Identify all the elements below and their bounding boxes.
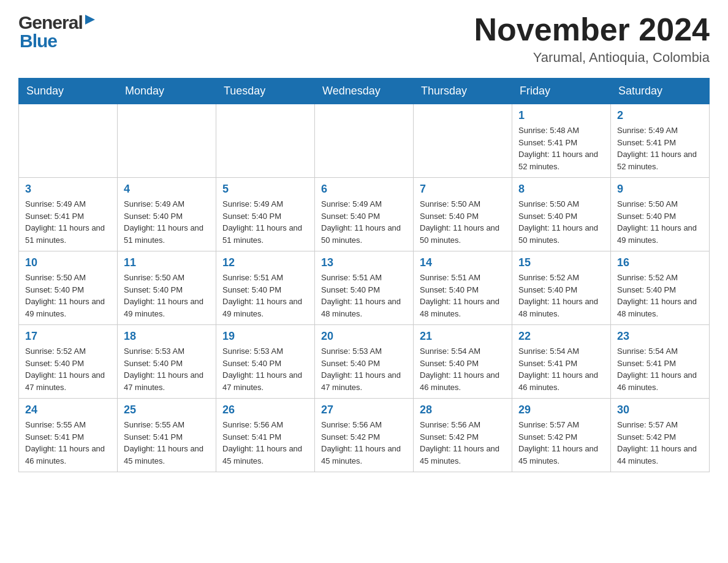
day-number: 19	[222, 330, 308, 343]
day-number: 28	[420, 404, 506, 416]
calendar-cell: 24Sunrise: 5:55 AMSunset: 5:41 PMDayligh…	[19, 399, 118, 472]
day-header-saturday: Saturday	[611, 79, 710, 104]
calendar-cell: 28Sunrise: 5:56 AMSunset: 5:42 PMDayligh…	[414, 399, 512, 472]
day-header-thursday: Thursday	[414, 79, 512, 104]
day-header-sunday: Sunday	[19, 79, 118, 104]
day-number: 20	[321, 330, 407, 343]
day-info: Sunrise: 5:54 AMSunset: 5:41 PMDaylight:…	[518, 345, 604, 393]
calendar-cell: 20Sunrise: 5:53 AMSunset: 5:40 PMDayligh…	[315, 325, 414, 399]
svg-marker-0	[85, 15, 95, 25]
logo-flag-icon	[83, 13, 96, 29]
day-info: Sunrise: 5:48 AMSunset: 5:41 PMDaylight:…	[518, 124, 604, 172]
calendar-cell: 4Sunrise: 5:49 AMSunset: 5:40 PMDaylight…	[118, 178, 216, 251]
day-header-tuesday: Tuesday	[216, 79, 315, 104]
day-info: Sunrise: 5:52 AMSunset: 5:40 PMDaylight:…	[617, 272, 703, 320]
day-info: Sunrise: 5:57 AMSunset: 5:42 PMDaylight:…	[518, 419, 604, 467]
calendar-cell: 19Sunrise: 5:53 AMSunset: 5:40 PMDayligh…	[216, 325, 315, 399]
day-number: 23	[617, 330, 703, 343]
calendar-cell: 29Sunrise: 5:57 AMSunset: 5:42 PMDayligh…	[512, 399, 611, 472]
day-info: Sunrise: 5:51 AMSunset: 5:40 PMDaylight:…	[222, 272, 308, 320]
day-number: 12	[222, 256, 308, 269]
calendar-cell: 6Sunrise: 5:49 AMSunset: 5:40 PMDaylight…	[315, 178, 414, 251]
day-number: 8	[518, 183, 604, 196]
day-info: Sunrise: 5:56 AMSunset: 5:41 PMDaylight:…	[222, 419, 308, 467]
calendar-cell: 22Sunrise: 5:54 AMSunset: 5:41 PMDayligh…	[512, 325, 611, 399]
month-title: November 2024	[474, 12, 710, 47]
day-info: Sunrise: 5:54 AMSunset: 5:40 PMDaylight:…	[420, 345, 506, 393]
calendar-cell: 5Sunrise: 5:49 AMSunset: 5:40 PMDaylight…	[216, 178, 315, 251]
days-of-week-row: SundayMondayTuesdayWednesdayThursdayFrid…	[19, 79, 710, 104]
day-number: 2	[617, 109, 703, 122]
calendar-cell: 15Sunrise: 5:52 AMSunset: 5:40 PMDayligh…	[512, 251, 611, 325]
day-info: Sunrise: 5:56 AMSunset: 5:42 PMDaylight:…	[420, 419, 506, 467]
calendar-cell: 7Sunrise: 5:50 AMSunset: 5:40 PMDaylight…	[414, 178, 512, 251]
day-number: 22	[518, 330, 604, 343]
day-header-wednesday: Wednesday	[315, 79, 414, 104]
day-info: Sunrise: 5:50 AMSunset: 5:40 PMDaylight:…	[518, 198, 604, 246]
day-number: 11	[124, 256, 210, 269]
day-info: Sunrise: 5:49 AMSunset: 5:40 PMDaylight:…	[222, 198, 308, 246]
location-title: Yarumal, Antioquia, Colombia	[474, 50, 710, 66]
calendar-cell: 12Sunrise: 5:51 AMSunset: 5:40 PMDayligh…	[216, 251, 315, 325]
calendar-cell	[216, 104, 315, 178]
week-row-3: 10Sunrise: 5:50 AMSunset: 5:40 PMDayligh…	[19, 251, 710, 325]
day-info: Sunrise: 5:49 AMSunset: 5:41 PMDaylight:…	[25, 198, 111, 246]
day-header-monday: Monday	[118, 79, 216, 104]
day-number: 30	[617, 404, 703, 416]
day-number: 13	[321, 256, 407, 269]
logo: General Blue	[18, 12, 96, 52]
week-row-4: 17Sunrise: 5:52 AMSunset: 5:40 PMDayligh…	[19, 325, 710, 399]
day-header-friday: Friday	[512, 79, 611, 104]
calendar-cell: 13Sunrise: 5:51 AMSunset: 5:40 PMDayligh…	[315, 251, 414, 325]
day-number: 10	[25, 256, 111, 269]
calendar-cell: 1Sunrise: 5:48 AMSunset: 5:41 PMDaylight…	[512, 104, 611, 178]
calendar-cell: 16Sunrise: 5:52 AMSunset: 5:40 PMDayligh…	[611, 251, 710, 325]
day-info: Sunrise: 5:50 AMSunset: 5:40 PMDaylight:…	[124, 272, 210, 320]
calendar-cell	[19, 104, 118, 178]
calendar-cell: 14Sunrise: 5:51 AMSunset: 5:40 PMDayligh…	[414, 251, 512, 325]
day-number: 9	[617, 183, 703, 196]
day-number: 6	[321, 183, 407, 196]
calendar-cell: 10Sunrise: 5:50 AMSunset: 5:40 PMDayligh…	[19, 251, 118, 325]
day-number: 3	[25, 183, 111, 196]
calendar-cell: 23Sunrise: 5:54 AMSunset: 5:41 PMDayligh…	[611, 325, 710, 399]
day-number: 18	[124, 330, 210, 343]
day-info: Sunrise: 5:57 AMSunset: 5:42 PMDaylight:…	[617, 419, 703, 467]
week-row-2: 3Sunrise: 5:49 AMSunset: 5:41 PMDaylight…	[19, 178, 710, 251]
day-number: 26	[222, 404, 308, 416]
day-number: 15	[518, 256, 604, 269]
day-info: Sunrise: 5:52 AMSunset: 5:40 PMDaylight:…	[518, 272, 604, 320]
day-info: Sunrise: 5:49 AMSunset: 5:41 PMDaylight:…	[617, 124, 703, 172]
day-info: Sunrise: 5:51 AMSunset: 5:40 PMDaylight:…	[321, 272, 407, 320]
day-number: 1	[518, 109, 604, 122]
day-number: 16	[617, 256, 703, 269]
day-info: Sunrise: 5:55 AMSunset: 5:41 PMDaylight:…	[124, 419, 210, 467]
calendar-cell: 17Sunrise: 5:52 AMSunset: 5:40 PMDayligh…	[19, 325, 118, 399]
week-row-1: 1Sunrise: 5:48 AMSunset: 5:41 PMDaylight…	[19, 104, 710, 178]
title-block: November 2024 Yarumal, Antioquia, Colomb…	[474, 12, 710, 66]
day-info: Sunrise: 5:50 AMSunset: 5:40 PMDaylight:…	[617, 198, 703, 246]
logo-general-text: General	[18, 12, 83, 33]
calendar-cell	[315, 104, 414, 178]
calendar-cell: 11Sunrise: 5:50 AMSunset: 5:40 PMDayligh…	[118, 251, 216, 325]
day-info: Sunrise: 5:49 AMSunset: 5:40 PMDaylight:…	[321, 198, 407, 246]
day-info: Sunrise: 5:53 AMSunset: 5:40 PMDaylight:…	[222, 345, 308, 393]
calendar-cell: 30Sunrise: 5:57 AMSunset: 5:42 PMDayligh…	[611, 399, 710, 472]
day-number: 25	[124, 404, 210, 416]
calendar-cell: 27Sunrise: 5:56 AMSunset: 5:42 PMDayligh…	[315, 399, 414, 472]
day-number: 17	[25, 330, 111, 343]
day-info: Sunrise: 5:51 AMSunset: 5:40 PMDaylight:…	[420, 272, 506, 320]
calendar-cell: 3Sunrise: 5:49 AMSunset: 5:41 PMDaylight…	[19, 178, 118, 251]
day-info: Sunrise: 5:53 AMSunset: 5:40 PMDaylight:…	[321, 345, 407, 393]
calendar-cell: 26Sunrise: 5:56 AMSunset: 5:41 PMDayligh…	[216, 399, 315, 472]
day-info: Sunrise: 5:52 AMSunset: 5:40 PMDaylight:…	[25, 345, 111, 393]
day-number: 5	[222, 183, 308, 196]
week-row-5: 24Sunrise: 5:55 AMSunset: 5:41 PMDayligh…	[19, 399, 710, 472]
day-number: 29	[518, 404, 604, 416]
calendar-cell	[118, 104, 216, 178]
page-header: General Blue November 2024 Yarumal, Anti…	[18, 12, 710, 66]
calendar-cell: 8Sunrise: 5:50 AMSunset: 5:40 PMDaylight…	[512, 178, 611, 251]
day-number: 7	[420, 183, 506, 196]
day-info: Sunrise: 5:49 AMSunset: 5:40 PMDaylight:…	[124, 198, 210, 246]
calendar-table: SundayMondayTuesdayWednesdayThursdayFrid…	[18, 78, 710, 472]
